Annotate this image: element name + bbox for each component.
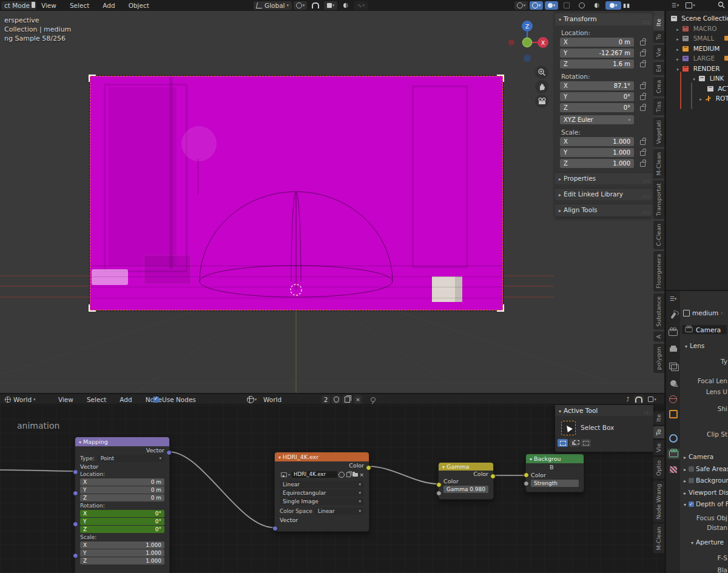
editor-divider[interactable]	[666, 290, 728, 291]
outliner-object-row[interactable]: ▸ ROT	[666, 93, 728, 104]
lock-icon[interactable]	[640, 41, 645, 45]
gamma-node-header[interactable]: ▾Gamma	[439, 463, 493, 471]
sidebar-tab[interactable]: Optio	[653, 457, 664, 479]
tab-texture-properties[interactable]	[668, 464, 678, 475]
properties-panel-header[interactable]: ▸Safe Areas	[680, 463, 728, 475]
outliner-collection-row[interactable]: ACT	[666, 84, 728, 94]
outliner-collection-row[interactable]: ▾ RENDER	[666, 64, 728, 74]
outliner-collection-row[interactable]: ▾ LINK	[666, 73, 728, 84]
rotation-field[interactable]: X87.1°	[560, 81, 634, 90]
outliner-collection-row[interactable]: ▸ SMALL	[666, 33, 728, 44]
mapping-rotation-field[interactable]: Y0°	[80, 518, 164, 525]
duplicate-image-icon[interactable]	[346, 472, 351, 477]
editor-divider[interactable]	[664, 11, 666, 573]
mapping-node-header[interactable]: ▾Mapping	[75, 437, 169, 446]
pin-icon[interactable]	[371, 397, 376, 402]
properties-panel-header[interactable]: ▸Backgroun	[680, 475, 728, 487]
scale-field[interactable]: Y1.000	[560, 148, 634, 157]
outliner-display-mode-dropdown[interactable]: ☰▾	[669, 1, 682, 10]
open-image-icon[interactable]	[352, 473, 358, 477]
lock-icon[interactable]	[640, 62, 645, 67]
editor-type-icon[interactable]	[32, 1, 35, 10]
strength-field[interactable]: Strength	[531, 480, 579, 487]
panel-checkbox[interactable]	[689, 501, 694, 507]
mapping-rotation-field[interactable]: Z0°	[80, 526, 164, 533]
select-mode-subtract-button[interactable]	[581, 439, 591, 447]
user-count-badge[interactable]: 2	[322, 395, 330, 404]
show-overlays-dropdown[interactable]: ▾	[530, 1, 543, 10]
panel-grip-icon[interactable]: ∷∷	[643, 176, 649, 187]
xray-toggle-dropdown[interactable]: ▾	[545, 1, 558, 10]
world-datablock-icon[interactable]: ▾	[245, 395, 258, 404]
rotation-mode-dropdown[interactable]: XYZ Euler▾	[560, 115, 634, 124]
gamma-node[interactable]: ▾Gamma Color Color Gamma0.980	[438, 462, 494, 500]
editor-type-dropdown[interactable]: ☰▾	[668, 293, 678, 304]
gamma-value-field[interactable]: Gamma0.980	[443, 486, 488, 493]
snap-toggle[interactable]	[634, 395, 644, 404]
transform-orientation-dropdown[interactable]: Global ▾	[254, 1, 292, 10]
mapping-vector-output-socket[interactable]	[166, 450, 172, 455]
panel-checkbox[interactable]	[689, 466, 694, 472]
sidebar-tab[interactable]: Ite	[653, 411, 664, 424]
tab-world-properties[interactable]	[668, 394, 678, 404]
menu-item[interactable]: Select	[84, 395, 109, 404]
sidebar-tab[interactable]: Node Wrang	[653, 481, 664, 523]
mapping-scale-field[interactable]: X1.000	[80, 541, 164, 549]
sidebar-tab[interactable]: Floorgenera	[653, 251, 664, 292]
tab-object-data-properties[interactable]	[667, 449, 679, 459]
color-space-dropdown[interactable]: Linear▾	[315, 508, 364, 515]
image-name-field[interactable]: HDRI_4K.exr	[292, 471, 337, 478]
duplicate-datablock-icon[interactable]	[342, 395, 352, 404]
outliner-filter-dropdown[interactable]: ▾	[684, 1, 697, 10]
sidebar-tab[interactable]: Vie	[653, 440, 664, 455]
expand-arrow-icon[interactable]: ▸	[698, 95, 704, 105]
outliner-collection-row[interactable]: ▸ MEDIUM	[666, 44, 728, 54]
lock-icon[interactable]	[640, 106, 645, 111]
camera-corner-handle[interactable]	[89, 75, 96, 82]
outliner-root-row[interactable]: Scene Collectio	[666, 13, 728, 24]
hdri-dropdown[interactable]: Linear▾	[280, 481, 364, 488]
snap-target-dropdown[interactable]: ▾	[645, 395, 659, 404]
sidebar-tab[interactable]: Transportat	[653, 180, 664, 219]
breadcrumb-object[interactable]: medium	[692, 309, 718, 317]
sidebar-tab[interactable]: To	[653, 31, 664, 43]
snap-target-dropdown[interactable]: ▾	[324, 1, 337, 10]
shader-type-dropdown[interactable]: World▾	[1, 395, 39, 404]
environment-texture-node[interactable]: ▾HDRI_4K.exr Color ▾ HDRI_4K.exr × Linea…	[274, 452, 369, 532]
mapping-scale-field[interactable]: Z1.000	[80, 557, 164, 565]
hdri-color-output-socket[interactable]	[366, 465, 371, 471]
camera-view-frame[interactable]	[90, 76, 503, 310]
background-node-header[interactable]: ▾Backgrou	[526, 454, 584, 463]
mapping-location-field[interactable]: Z0 m	[80, 494, 164, 501]
unlink-datablock-icon[interactable]: ×	[354, 395, 362, 404]
sidebar-tab[interactable]: Ed	[653, 62, 664, 75]
breadcrumb[interactable]: medium ›	[683, 309, 723, 317]
mapping-type-dropdown[interactable]: Point▾	[98, 455, 164, 462]
sidebar-tab[interactable]: Substance	[653, 293, 664, 330]
sidebar-tab[interactable]: M-Clean	[653, 524, 664, 554]
sidebar-tab[interactable]: To	[653, 426, 664, 438]
background-strength-socket[interactable]	[524, 481, 529, 486]
show-gizmo-dropdown[interactable]: ▾	[514, 1, 528, 10]
mapping-location-field[interactable]: X0 m	[80, 478, 164, 486]
panel-grip-icon[interactable]: ∷∷	[643, 192, 649, 203]
outliner-collection-row[interactable]: ▸ LARGE	[666, 53, 728, 64]
transform-panel-header[interactable]: ▾Transform ∷∷	[555, 13, 652, 25]
fake-user-icon[interactable]	[339, 472, 345, 478]
sidebar-tab[interactable]: polygon	[653, 344, 664, 373]
panel-grip-icon[interactable]: ∷∷	[643, 16, 649, 28]
rotation-field[interactable]: Y0°	[560, 92, 634, 101]
hdri-node-header[interactable]: ▾HDRI_4K.exr	[275, 452, 369, 461]
tab-viewlayer-properties[interactable]	[668, 361, 678, 371]
node-canvas[interactable]: animation ▾Backgrou B	[0, 404, 664, 573]
properties-panel-header[interactable]: ▾Depth of F	[680, 498, 728, 511]
rotation-field[interactable]: Z0°	[560, 103, 634, 112]
mapping-rotation-field[interactable]: X0°	[80, 510, 164, 517]
menu-item[interactable]: Add	[100, 1, 117, 10]
location-field[interactable]: Y-12.267 m	[560, 49, 634, 58]
menu-item[interactable]: View	[39, 1, 59, 10]
menu-item[interactable]: Object	[126, 1, 152, 10]
pan-hand-button[interactable]	[535, 80, 548, 93]
gamma-value-socket[interactable]	[436, 491, 442, 496]
tab-render-properties[interactable]	[668, 327, 678, 338]
